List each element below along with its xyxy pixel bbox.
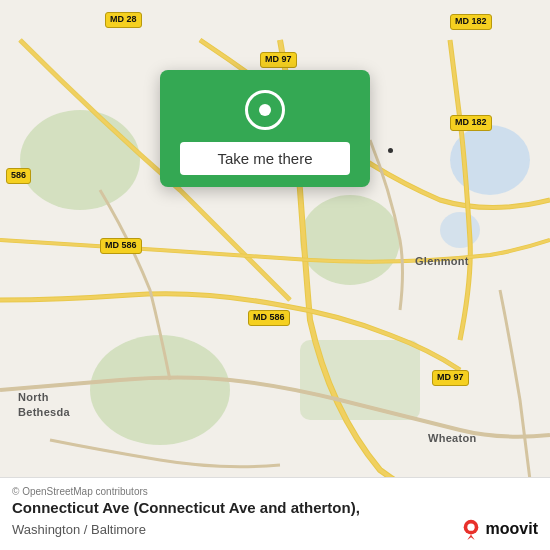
road-badge-md586-mid: MD 586 (248, 310, 290, 326)
copyright-text: © OpenStreetMap contributors (12, 486, 538, 497)
moovit-text: moovit (486, 520, 538, 538)
pin-outer-ring (245, 90, 285, 130)
location-title: Connecticut Ave (Connecticut Ave and ath… (12, 499, 538, 516)
area-label-wheaton: Wheaton (428, 432, 477, 444)
footer: © OpenStreetMap contributors Connecticut… (0, 477, 550, 550)
pin-icon (241, 86, 289, 134)
moovit-logo: moovit (460, 518, 538, 540)
svg-point-1 (90, 335, 230, 445)
moovit-pin-icon (460, 518, 482, 540)
road-badge-md182-mid: MD 182 (450, 115, 492, 131)
pin-inner-dot (259, 104, 271, 116)
map-dot (388, 148, 393, 153)
svg-point-0 (20, 110, 140, 210)
location-subtitle: Washington / Baltimore (12, 522, 146, 537)
area-label-glenmont: Glenmont (415, 255, 469, 267)
take-me-there-button[interactable]: Take me there (180, 142, 350, 175)
road-badge-md97-bot: MD 97 (432, 370, 469, 386)
road-badge-586-left: 586 (6, 168, 31, 184)
road-badge-md97-top: MD 97 (260, 52, 297, 68)
road-badge-md28: MD 28 (105, 12, 142, 28)
road-badge-md182-top: MD 182 (450, 14, 492, 30)
svg-point-2 (300, 195, 400, 285)
svg-point-7 (467, 524, 474, 531)
area-label-northbethesda: NorthBethesda (18, 390, 70, 421)
footer-bottom: Washington / Baltimore moovit (12, 518, 538, 540)
road-badge-md586-left: MD 586 (100, 238, 142, 254)
location-card[interactable]: Take me there (160, 70, 370, 187)
map-container: MD 28 MD 97 MD 182 MD 182 586 MD 586 MD … (0, 0, 550, 550)
svg-point-4 (440, 212, 480, 248)
